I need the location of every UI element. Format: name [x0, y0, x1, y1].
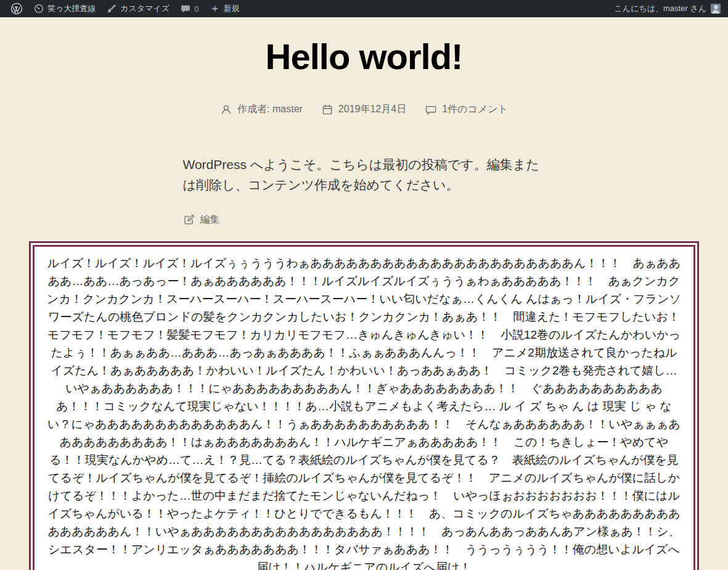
site-name-label: 笑ゥ大捜査線 — [47, 3, 96, 14]
admin-bar-my-account[interactable]: こんにちは、master さん — [613, 3, 722, 14]
post-meta: 作成者: master 2019年12月4日 1件のコメント — [0, 103, 728, 116]
post-body-text: WordPress へようこそ。こちらは最初の投稿です。編集または削除し、コンテ… — [183, 154, 546, 195]
post-article: Hello world! 作成者: master 2019年12月4日 1件のコ… — [0, 36, 728, 570]
post-author-link[interactable]: 作成者: master — [220, 103, 303, 116]
edit-pencil-icon — [183, 214, 195, 226]
calendar-icon — [321, 104, 333, 116]
paintbrush-icon — [107, 4, 117, 14]
post-author-label: 作成者: master — [237, 103, 303, 116]
comment-bubble-icon — [181, 4, 190, 14]
admin-bar-site-name[interactable]: 笑ゥ大捜査線 — [28, 0, 101, 17]
user-avatar — [711, 4, 721, 14]
wordpress-logo-menu[interactable] — [5, 0, 28, 17]
plus-icon: ＋ — [210, 4, 219, 14]
author-person-icon — [220, 104, 232, 116]
edit-label: 編集 — [200, 213, 220, 226]
admin-bar-new[interactable]: ＋ 新規 — [204, 0, 245, 17]
new-label: 新規 — [223, 3, 239, 14]
comment-copypasta-text: ルイズ！ルイズ！ルイズ！ルイズぅぅうううわぁああああああああああああああああああ… — [47, 257, 681, 570]
page-title: Hello world! — [0, 36, 728, 77]
admin-bar: 笑ゥ大捜査線 カスタマイズ 0 ＋ 新規 こんにちは、master さん — [0, 0, 728, 17]
admin-bar-comments[interactable]: 0 — [175, 0, 204, 17]
post-edit-link[interactable]: 編集 — [183, 213, 546, 226]
dashboard-gauge-icon — [34, 4, 44, 14]
admin-bar-customize[interactable]: カスタマイズ — [101, 0, 175, 17]
greeting-label: こんにちは、master さん — [615, 3, 706, 14]
post-date-label: 2019年12月4日 — [338, 103, 406, 116]
post-comments-link[interactable]: 1件のコメント — [425, 103, 508, 116]
comments-bubble-icon — [425, 104, 437, 116]
customize-label: カスタマイズ — [120, 3, 170, 14]
wordpress-logo-icon — [10, 2, 23, 15]
post-date-link[interactable]: 2019年12月4日 — [321, 103, 406, 116]
post-comments-label: 1件のコメント — [442, 103, 508, 116]
comment-count: 0 — [194, 4, 198, 14]
comment-copypasta-box: ルイズ！ルイズ！ルイズ！ルイズぅぅうううわぁああああああああああああああああああ… — [29, 241, 699, 570]
